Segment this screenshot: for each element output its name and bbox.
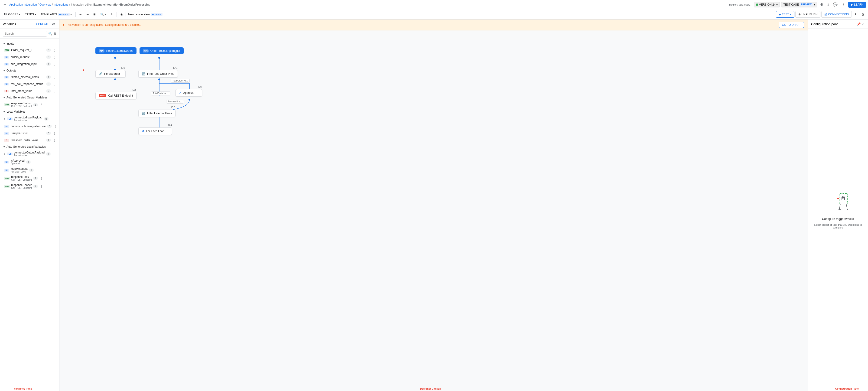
breadcrumb-app[interactable]: Application Integration bbox=[9, 3, 37, 6]
var-more-icon[interactable]: ⋮ bbox=[32, 160, 36, 164]
test-button[interactable]: ▶ TEST ▾ bbox=[776, 11, 795, 18]
settings-icon[interactable]: ⚙ bbox=[818, 1, 825, 8]
sort-icon[interactable]: ⇅ bbox=[54, 32, 56, 35]
node-persist-order[interactable]: ID:6 🔗 Persist order bbox=[95, 70, 126, 78]
designer-canvas[interactable]: ℹ This version is currently active. Edit… bbox=[59, 20, 808, 391]
list-item[interactable]: UI rest_call_response_status 0 ⋮ bbox=[0, 81, 59, 88]
var-more-icon[interactable]: ⋮ bbox=[52, 138, 56, 143]
list-item[interactable]: STR responseHeader Call REST Endpoint 1 … bbox=[0, 182, 59, 190]
edit-button[interactable]: ✎ bbox=[108, 11, 115, 18]
redo-button[interactable]: ↪ bbox=[85, 11, 91, 18]
toolbar-divider-2 bbox=[117, 12, 117, 17]
templates-button[interactable]: TEMPLATES PREVIEW ▾ bbox=[39, 11, 73, 18]
var-more-icon[interactable]: ⋮ bbox=[52, 62, 56, 66]
var-more-icon[interactable]: ⋮ bbox=[52, 48, 56, 53]
breadcrumb: Application Integration / Overview / Int… bbox=[9, 3, 150, 6]
var-more-icon[interactable]: ⋮ bbox=[35, 168, 39, 173]
type-badge-str: STR bbox=[4, 49, 10, 52]
var-name: connectorOutputPayload bbox=[14, 151, 44, 154]
search-bar: 🔍 ⇅ bbox=[0, 29, 59, 39]
learn-button[interactable]: ▶ LEARN bbox=[848, 2, 866, 8]
list-item[interactable]: UI SampleJSON 0 ⋮ bbox=[0, 130, 59, 137]
type-badge-ui: UI bbox=[4, 161, 9, 163]
pin-icon[interactable]: 📌 bbox=[857, 22, 861, 26]
var-more-icon[interactable]: ⋮ bbox=[50, 117, 54, 121]
list-item[interactable]: UI orders_request 0 ⋮ bbox=[0, 54, 59, 61]
zoom-button[interactable]: 🔍 ▾ bbox=[98, 11, 108, 18]
node-label: Approval bbox=[183, 91, 194, 94]
list-item[interactable]: D total_order_value 2 ⋮ bbox=[0, 88, 59, 94]
var-name: Order_request_2 bbox=[11, 49, 45, 52]
node-call-rest-endpoint[interactable]: ID:5 REST Call REST Endpoint bbox=[95, 92, 136, 99]
edge-label-total-order-va-2: TotalOrderVa.... bbox=[151, 91, 170, 95]
triggers-button[interactable]: TRIGGERS ▾ bbox=[2, 11, 22, 18]
type-badge-ui: UI bbox=[7, 153, 12, 155]
unpublish-button[interactable]: ⊘ UNPUBLISH bbox=[795, 11, 820, 18]
breadcrumb-integrations[interactable]: Integrations bbox=[54, 3, 68, 6]
node-filter-external-items[interactable]: ID:3 🔃 Filter External Items bbox=[138, 110, 176, 117]
var-more-icon[interactable]: ⋮ bbox=[52, 82, 56, 86]
test-case-button[interactable]: TEST CASE PREVIEW ▾ bbox=[781, 2, 817, 7]
var-more-icon[interactable]: ⋮ bbox=[39, 176, 43, 181]
list-item[interactable]: D threshold_order_value 2 ⋮ bbox=[0, 137, 59, 144]
list-item[interactable]: STR responseStatus Call REST Endpoint 1 … bbox=[0, 100, 59, 109]
auto-output-section-header[interactable]: ▼ Auto Generated Output Variables bbox=[0, 94, 59, 100]
delete-button[interactable]: 🗑 bbox=[860, 11, 866, 18]
canvas-view-button[interactable]: New canvas view PREVIEW bbox=[126, 11, 165, 17]
var-more-icon[interactable]: ⋮ bbox=[39, 184, 43, 189]
layout-button[interactable]: ⊞ bbox=[91, 11, 97, 18]
var-name: rest_call_response_status bbox=[11, 83, 45, 86]
node-order-process-trigger[interactable]: API OrderProcessApiTrigger bbox=[140, 48, 184, 54]
var-count: 1 bbox=[46, 152, 51, 156]
var-more-icon[interactable]: ⋮ bbox=[52, 55, 56, 59]
list-item[interactable]: UI filtered_external_items 1 ⋮ bbox=[0, 73, 59, 81]
list-item[interactable]: UI loopMetadata For Each Loop 1 ⋮ bbox=[0, 166, 59, 174]
var-more-icon[interactable]: ⋮ bbox=[52, 131, 56, 136]
list-item[interactable]: ▶ UI connectorOutputPayload Persist orde… bbox=[0, 150, 59, 158]
expand-icon[interactable]: ▶ bbox=[4, 118, 6, 120]
collapse-pane-button[interactable]: ≪ bbox=[51, 21, 56, 27]
node-find-total-order-price[interactable]: ID:1 🔃 Find Total Order Price bbox=[138, 70, 178, 78]
var-more-icon[interactable]: ⋮ bbox=[52, 75, 56, 80]
edge-label-total-order-va-1: TotalOrderVa... bbox=[171, 79, 190, 83]
var-more-icon[interactable]: ⋮ bbox=[39, 102, 43, 107]
node-approval[interactable]: ID:2 ✓ Approval bbox=[176, 89, 202, 97]
search-input[interactable] bbox=[3, 31, 47, 37]
outputs-chevron: ▼ bbox=[3, 69, 6, 72]
var-more-icon[interactable]: ⋮ bbox=[53, 124, 57, 129]
var-sub: Approval bbox=[11, 162, 25, 165]
list-item[interactable]: ▶ UI connectorInputPayload Persist order… bbox=[0, 115, 59, 123]
list-item[interactable]: STR Order_request_2 0 ⋮ bbox=[0, 47, 59, 54]
auto-local-section-header[interactable]: ▼ Auto Generated Local Variables bbox=[0, 144, 59, 150]
version-button[interactable]: VERSION 24 ▾ bbox=[754, 2, 780, 7]
connections-button[interactable]: ⛓ CONNECTIONS bbox=[822, 11, 852, 18]
list-item[interactable]: STR responseBody Call REST Endpoint 1 ⋮ bbox=[0, 174, 59, 182]
expand-icon[interactable]: ▶ bbox=[4, 153, 6, 155]
list-item[interactable]: UI isApproved Approval 1 ⋮ bbox=[0, 158, 59, 166]
node-report-external-orders[interactable]: API ReportExternalOrders bbox=[95, 48, 136, 54]
back-button[interactable]: ← bbox=[2, 1, 8, 8]
tasks-button[interactable]: TASKS ▾ bbox=[23, 11, 38, 18]
info-icon[interactable]: ℹ bbox=[826, 1, 830, 8]
chat-icon[interactable]: 💬 bbox=[832, 1, 839, 8]
expand-icon[interactable]: ⤢ bbox=[862, 22, 865, 26]
var-more-icon[interactable]: ⋮ bbox=[52, 152, 56, 156]
inputs-section-header[interactable]: ▼ Inputs bbox=[0, 41, 59, 47]
list-item[interactable]: UI sub_integration_input 1 ⋮ bbox=[0, 61, 59, 67]
create-variable-button[interactable]: + CREATE bbox=[34, 22, 51, 27]
node-id: ID:1 bbox=[173, 67, 177, 69]
share-button[interactable]: ⬆ bbox=[853, 11, 859, 18]
node-for-each-loop[interactable]: ID:4 ↺ For Each Loop bbox=[138, 127, 172, 135]
list-item[interactable]: UI dummy_sub_integration_var 0 ⋮ bbox=[0, 123, 59, 130]
var-count: 1 bbox=[26, 160, 31, 164]
red-dot-1 bbox=[83, 69, 84, 71]
canvas-inner[interactable]: API ReportExternalOrders API OrderProces… bbox=[59, 20, 808, 391]
edge-label-proceed-if: Proceed if a... bbox=[166, 100, 184, 103]
var-more-icon[interactable]: ⋮ bbox=[52, 89, 56, 93]
local-section-header[interactable]: ▼ Local Variables bbox=[0, 109, 59, 115]
undo-button[interactable]: ↩ bbox=[78, 11, 84, 18]
canvas-toggle-button[interactable]: ◉ bbox=[119, 11, 125, 18]
outputs-section-header[interactable]: ▼ Outputs bbox=[0, 67, 59, 73]
more-icon[interactable]: ⋮ bbox=[840, 1, 847, 8]
breadcrumb-overview[interactable]: Overview bbox=[39, 3, 51, 6]
